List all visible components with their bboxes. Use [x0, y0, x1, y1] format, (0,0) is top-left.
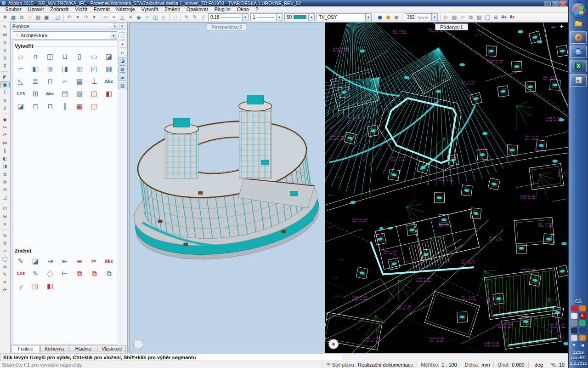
viewport-plan-label[interactable]: Půdorys:1: [435, 23, 468, 30]
language-indicator[interactable]: CS: [575, 299, 582, 304]
open-icon[interactable]: ▱: [26, 14, 34, 21]
plan-drawing[interactable]: DESKA 2W 444OS55A DE 444BET: C30/37MIN: …: [325, 23, 568, 353]
java-icon[interactable]: [579, 320, 586, 326]
select-element-icon[interactable]: ◤: [0, 74, 10, 80]
box-tool-icon[interactable]: ▦: [119, 65, 126, 73]
taskbar-browser-button[interactable]: [570, 46, 587, 58]
renumber-icon[interactable]: 123: [14, 267, 28, 280]
notes-icon[interactable]: ▤: [450, 14, 458, 21]
move-copy-icon[interactable]: ⧉: [0, 178, 10, 185]
taskbar-media-button[interactable]: ▸: [570, 74, 587, 86]
taskbar-excel-button[interactable]: X: [570, 60, 587, 72]
ball-icon[interactable]: [571, 313, 577, 319]
polygon-wall-icon[interactable]: ◫: [43, 50, 57, 63]
filter-element-icon[interactable]: ⋈: [0, 31, 10, 38]
select-area-icon[interactable]: ▣: [0, 81, 10, 88]
navigation-ball[interactable]: [133, 339, 143, 349]
swap-door-icon[interactable]: ◫: [28, 280, 42, 292]
viewport-perspective-label[interactable]: Perspektiva:2: [206, 23, 247, 30]
facade-icon[interactable]: ▦: [102, 63, 116, 75]
menu-item-plug-in[interactable]: Plug-In: [211, 6, 234, 12]
menu-item-opakovat[interactable]: Opakovat: [183, 6, 211, 12]
undo-icon[interactable]: ↶: [65, 14, 74, 21]
sound-icon[interactable]: ♪: [579, 335, 586, 341]
ramp-icon[interactable]: ◺: [14, 75, 28, 87]
palette-title-bar[interactable]: Funkce ↻ ✕: [11, 23, 127, 30]
balance-icon[interactable]: △: [118, 14, 126, 21]
smart-door-icon[interactable]: ◫: [87, 87, 101, 100]
view3d-icon[interactable]: ◇: [159, 14, 168, 21]
mirror-element-icon[interactable]: ⋈: [0, 139, 10, 146]
bulb-off-icon[interactable]: ●: [392, 14, 401, 21]
pen-thickness-combo[interactable]: 0.18▼: [208, 13, 249, 21]
line-color-combo[interactable]: 50▼: [284, 13, 315, 21]
folder-icon[interactable]: ▱: [458, 14, 467, 21]
redo-dd-icon[interactable]: ▾: [90, 14, 98, 21]
dimension-icon[interactable]: ⌗: [110, 14, 118, 21]
explorer-icon[interactable]: [575, 22, 582, 27]
length-unit-cell[interactable]: Délka:mm: [461, 361, 494, 368]
palette-tab-funkce[interactable]: Funkce: [11, 345, 40, 352]
hp-agent-icon[interactable]: [571, 305, 577, 311]
text-icon[interactable]: Abc: [102, 75, 116, 87]
viewport-perspective[interactable]: Perspektiva:2: [130, 23, 325, 353]
stair-icon[interactable]: ≣: [28, 75, 42, 87]
slab-tool-icon[interactable]: ◪: [119, 57, 126, 64]
smart-window2-icon[interactable]: ▦: [73, 100, 86, 112]
delete-segment-icon[interactable]: ✂: [87, 255, 101, 267]
measure-icon[interactable]: ▭: [102, 14, 110, 21]
assistant-red-icon[interactable]: ✶: [119, 40, 126, 48]
needle-icon[interactable]: ∕: [199, 14, 207, 21]
close-button[interactable]: ✕: [560, 1, 566, 6]
railing-icon[interactable]: ▤: [73, 75, 86, 87]
palette-tab-vlastnosti[interactable]: Vlastnosti: [98, 345, 126, 352]
modify-element-icon[interactable]: ✎: [28, 267, 42, 280]
copy-shape-icon[interactable]: ▱: [0, 247, 10, 254]
line-type-combo[interactable]: 1▼: [250, 13, 283, 21]
modify-layer-icon[interactable]: ≡: [73, 255, 86, 267]
fillet-icon[interactable]: ╭: [14, 280, 28, 292]
chart-icon[interactable]: ▧: [475, 14, 483, 21]
pipette-icon[interactable]: ✎: [182, 14, 191, 21]
bulb-icon[interactable]: ●: [384, 14, 392, 21]
move-element-icon[interactable]: ↔: [0, 124, 10, 131]
menu-item-zobrazit[interactable]: Zobrazit: [47, 6, 72, 12]
menu-item-upravit[interactable]: Upravit: [24, 6, 47, 12]
nav-tray-icon[interactable]: [571, 328, 577, 334]
palette-tab-knihovna[interactable]: Knihovna: [40, 345, 69, 352]
smart-door2-icon[interactable]: ◫: [87, 100, 101, 112]
copy-cell-icon[interactable]: ⧉: [102, 267, 116, 280]
match-properties-icon[interactable]: ✎: [0, 23, 10, 30]
modify-wall-icon[interactable]: ✎: [14, 255, 28, 267]
report-icon[interactable]: ▧: [73, 87, 86, 100]
zoom-doc-icon[interactable]: ◌: [171, 14, 179, 21]
save-icon[interactable]: ▤: [34, 14, 42, 21]
plane-tool-icon[interactable]: ▰: [119, 74, 126, 81]
angle-cell[interactable]: Úhel:0.000: [493, 361, 528, 368]
slab-recess-icon[interactable]: ◪: [102, 50, 116, 63]
layers-red-icon[interactable]: ≡: [0, 279, 10, 286]
new-doc-icon[interactable]: ⧉: [17, 14, 26, 21]
filter-funnel2-icon[interactable]: ⊽: [0, 105, 10, 112]
angle-unit-cell[interactable]: deg: [528, 361, 547, 368]
axis-label-icon[interactable]: Abc: [43, 87, 57, 100]
rotate-door-icon[interactable]: ◧: [43, 280, 57, 292]
edit-red-icon[interactable]: ✎: [0, 271, 10, 278]
join-right-icon[interactable]: ⇥: [43, 255, 57, 267]
layer-combo[interactable]: TV_OSY▼: [317, 13, 372, 21]
navigation-ball[interactable]: [328, 339, 339, 349]
mirror-right-icon[interactable]: ◨: [0, 163, 10, 170]
filter-pen-icon[interactable]: ∇: [0, 39, 10, 46]
redo-icon[interactable]: ↷: [82, 14, 90, 21]
swing-door-icon[interactable]: ∥: [58, 100, 72, 112]
window-icon[interactable]: ⊞: [43, 63, 57, 75]
tools-icon[interactable]: ✕: [126, 14, 135, 21]
menu-item-form-t[interactable]: Formát: [90, 6, 113, 12]
menu-item-okno[interactable]: Okno: [234, 6, 252, 12]
start-button[interactable]: [571, 2, 586, 18]
mirror-left-icon[interactable]: ◧: [0, 155, 10, 162]
leader-icon[interactable]: ⊢: [58, 267, 72, 280]
filter-color-icon[interactable]: ∇: [0, 55, 10, 62]
acrobat-icon[interactable]: A: [579, 313, 586, 319]
plan-style-cell[interactable]: ♔ Styl plánu:Realizační dokumentace: [322, 361, 417, 368]
